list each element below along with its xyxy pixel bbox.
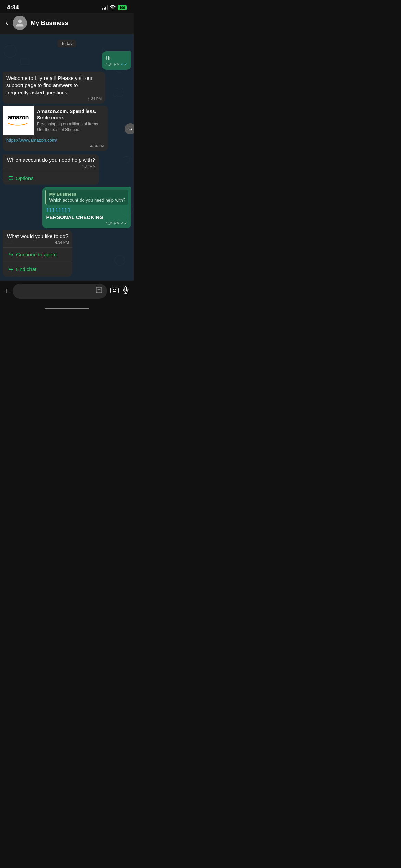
amazon-smile-icon <box>8 123 28 126</box>
options-label: Options <box>16 175 34 181</box>
message-time: 4:34 PM <box>55 240 69 244</box>
input-bar: + <box>0 281 134 305</box>
message-row: Welcome to Lily retail! Please visit our… <box>3 72 131 104</box>
chat-title: My Business <box>31 20 68 27</box>
message-row: My Business Which account do you need he… <box>3 187 131 228</box>
chat-header: ‹ My Business <box>0 13 134 34</box>
share-button[interactable]: ↪ <box>125 123 134 134</box>
message-time: 4:34 PM <box>88 97 102 101</box>
options-bubble: Which account do you need help with? 4:3… <box>3 154 99 185</box>
home-indicator <box>0 305 134 311</box>
wifi-icon <box>110 5 116 10</box>
message-row: amazon Amazon.com. Spend less. Smile mor… <box>3 106 131 152</box>
continue-label: Continue to agent <box>16 252 57 257</box>
battery-indicator: 100 <box>118 5 127 10</box>
svg-point-11 <box>113 289 116 292</box>
status-icons: 100 <box>102 5 127 10</box>
account-number: 11111111 <box>46 207 127 214</box>
message-meta: 4:34 PM <box>3 164 99 171</box>
link-card-logo: amazon <box>3 106 34 135</box>
options-button[interactable]: ☰ Options <box>3 171 99 185</box>
read-receipt-icon: ✓✓ <box>121 62 127 67</box>
status-time: 4:34 <box>7 4 19 11</box>
message-row: What would you like to do? 4:34 PM ↩ Con… <box>3 230 131 277</box>
end-chat-icon: ↩ <box>8 266 13 273</box>
home-bar <box>45 308 89 309</box>
message-meta: 4:34 PM ✓✓ <box>106 62 127 67</box>
message-text: Welcome to Lily retail! Please visit our… <box>6 74 102 96</box>
date-label: Today <box>57 40 76 47</box>
outgoing-bubble: Hi 4:34 PM ✓✓ <box>102 51 131 70</box>
add-attachment-button[interactable]: + <box>4 286 9 296</box>
message-text: Hi <box>106 54 127 61</box>
message-meta: 4:34 PM <box>3 240 72 247</box>
action-bubble: What would you like to do? 4:34 PM ↩ Con… <box>3 230 72 277</box>
message-time: 4:34 PM <box>106 62 120 67</box>
svg-rect-8 <box>96 287 102 293</box>
camera-button[interactable] <box>110 286 119 296</box>
microphone-button[interactable] <box>122 286 130 296</box>
read-receipt-icon: ✓✓ <box>121 221 127 226</box>
avatar <box>13 16 27 30</box>
continue-to-agent-button[interactable]: ↩ Continue to agent <box>3 247 72 262</box>
end-chat-label: End chat <box>16 266 36 272</box>
link-card-content: Amazon.com. Spend less. Smile more. Free… <box>34 106 108 135</box>
amazon-logo-text: amazon <box>8 114 28 121</box>
svg-point-10 <box>100 289 100 290</box>
end-chat-button[interactable]: ↩ End chat <box>3 262 72 277</box>
reply-content: 11111111 PERSONAL CHECKING 4:34 PM ✓✓ <box>42 205 131 228</box>
emoji-button[interactable] <box>95 286 103 296</box>
link-meta: 4:34 PM <box>3 144 108 151</box>
link-url[interactable]: https://www.amazon.com/ <box>3 135 108 144</box>
message-text: Which account do you need help with? <box>3 154 99 164</box>
message-row: Which account do you need help with? 4:3… <box>3 154 131 185</box>
link-description: Free shipping on millions of items. Get … <box>37 122 105 132</box>
svg-point-9 <box>98 289 98 290</box>
message-input-container <box>13 284 107 299</box>
incoming-bubble: Welcome to Lily retail! Please visit our… <box>3 72 105 104</box>
status-bar: 4:34 100 <box>0 0 134 13</box>
date-separator: Today <box>3 40 131 47</box>
message-time: 4:34 PM <box>90 144 105 148</box>
link-card-inner: amazon Amazon.com. Spend less. Smile mor… <box>3 106 108 135</box>
account-type: PERSONAL CHECKING <box>46 214 127 220</box>
message-time: 4:34 PM <box>106 221 120 225</box>
reply-quote: My Business Which account do you need he… <box>45 190 128 205</box>
message-meta: 4:34 PM <box>6 97 102 101</box>
message-input[interactable] <box>17 288 93 294</box>
signal-icon <box>102 5 108 10</box>
message-text: What would you like to do? <box>3 230 72 240</box>
reply-quote-text: Which account do you need help with? <box>49 197 125 203</box>
link-title: Amazon.com. Spend less. Smile more. <box>37 108 105 121</box>
options-list-icon: ☰ <box>8 175 13 181</box>
reply-quote-name: My Business <box>49 192 125 197</box>
reply-bubble: My Business Which account do you need he… <box>42 187 131 228</box>
back-button[interactable]: ‹ <box>5 19 8 27</box>
link-card[interactable]: amazon Amazon.com. Spend less. Smile mor… <box>3 106 108 151</box>
message-time: 4:34 PM <box>82 164 96 168</box>
message-meta: 4:34 PM ✓✓ <box>46 221 127 226</box>
continue-icon: ↩ <box>8 251 13 258</box>
message-row: Hi 4:34 PM ✓✓ <box>3 51 131 70</box>
chat-area: Today Hi 4:34 PM ✓✓ Welcome to Lily reta… <box>0 34 134 281</box>
